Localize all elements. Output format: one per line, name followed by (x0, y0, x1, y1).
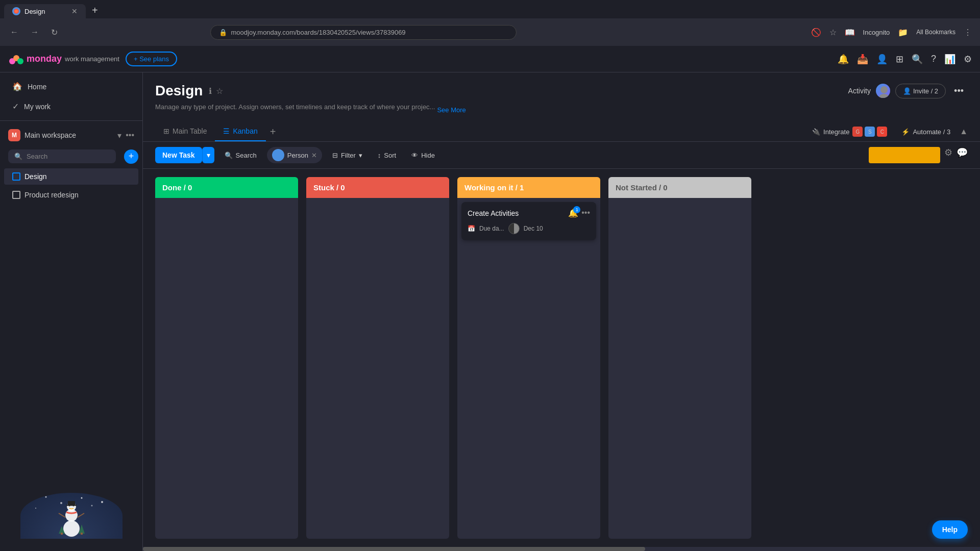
tab-close-icon[interactable]: ✕ (71, 7, 78, 15)
views-row: ⊞ Main Table ☰ Kanban + 🔌 Integrate G S (143, 122, 980, 142)
hide-button[interactable]: 👁 Hide (406, 148, 440, 162)
sidebar-item-product-redesign[interactable]: Product redesign (4, 187, 138, 203)
browser-tabs: Design ✕ + (0, 0, 980, 18)
column-body-working: Create Activities 🔔 1 ••• (457, 198, 600, 539)
activity-section: Activity 👤 Invite / 2 ••• (848, 83, 968, 99)
logo-text: monday (27, 54, 62, 64)
board-header: Design ℹ ☆ Activity 👤 (143, 72, 980, 122)
workspace-chevron-icon: ▾ (117, 131, 121, 140)
kanban-icon: ☰ (223, 127, 230, 135)
kanban-card-create-activities[interactable]: Create Activities 🔔 1 ••• (461, 202, 596, 240)
svg-point-24 (91, 505, 92, 507)
svg-point-25 (35, 508, 36, 509)
toolbar-settings-icon[interactable]: ⚙ (944, 147, 952, 163)
my-work-icon: ✓ (12, 102, 19, 111)
svg-point-23 (111, 495, 113, 497)
grid-icon[interactable]: ⊞ (896, 54, 903, 65)
settings-icon[interactable]: ⚙ (964, 54, 972, 65)
sidebar: 🏠 Home ✓ My work M Main workspace ▾ ••• … (0, 72, 143, 551)
browser-menu-icon[interactable]: ⋮ (962, 26, 974, 39)
back-button[interactable]: ← (6, 26, 22, 39)
card-more-icon[interactable]: ••• (581, 208, 590, 218)
help-button[interactable]: Help (932, 520, 968, 539)
star-board-icon[interactable]: ☆ (216, 86, 223, 96)
sidebar-item-home[interactable]: 🏠 Home (4, 78, 138, 95)
toolbar-right: ⚙ 💬 (869, 147, 968, 163)
eye-off-icon[interactable]: 🚫 (809, 26, 823, 39)
board-area: Design ℹ ☆ Activity 👤 (143, 72, 980, 551)
tab-main-table[interactable]: ⊞ Main Table (155, 122, 215, 141)
svg-point-18 (30, 499, 32, 502)
sidebar-add-button[interactable]: + (124, 149, 138, 164)
sort-button[interactable]: ↕ Sort (373, 148, 401, 162)
inbox-icon[interactable]: 📥 (857, 54, 868, 65)
integrate-button[interactable]: 🔌 Integrate G S C (807, 123, 892, 140)
calendar-icon: C (877, 127, 887, 137)
svg-point-27 (879, 94, 889, 99)
browser-nav: ← → ↻ 🔒 moodjoy.monday.com/boards/183042… (0, 18, 980, 46)
board-icon-product-redesign (12, 191, 20, 199)
analytics-icon[interactable]: 📊 (944, 54, 955, 65)
logo-subtext: work management (65, 55, 119, 63)
browser-nav-icons: 🚫 ☆ 📖 Incognito 📁 All Bookmarks ⋮ (809, 26, 974, 39)
board-description: Manage any type of project. Assign owner… (155, 103, 435, 111)
sort-icon: ↕ (378, 152, 381, 159)
kanban-area: Done / 0 Stuck / 0 Working on it / 1 (143, 169, 980, 547)
sidebar-item-my-work[interactable]: ✓ My work (4, 97, 138, 115)
scrollbar-thumb[interactable] (143, 547, 645, 551)
card-header: Create Activities 🔔 1 ••• (468, 208, 590, 218)
app-container: monday work management + See plans 🔔 📥 👤… (0, 46, 980, 551)
monday-logo: monday work management (8, 51, 119, 67)
person-filter[interactable]: Person ✕ (267, 147, 322, 163)
horizontal-scrollbar[interactable] (143, 547, 980, 551)
automate-button[interactable]: ⚡ Automate / 3 (896, 125, 955, 139)
see-plans-button[interactable]: + See plans (126, 52, 177, 66)
filter-button[interactable]: ⊟ Filter ▾ (327, 148, 368, 162)
people-icon[interactable]: 👤 (876, 54, 888, 65)
sidebar-search-bar[interactable]: 🔍 Search (8, 149, 116, 163)
bookmarks-icon[interactable]: 📁 (896, 26, 910, 39)
active-tab[interactable]: Design ✕ (4, 4, 86, 18)
see-more-link[interactable]: See More (437, 106, 465, 114)
board-label-design: Design (24, 172, 47, 181)
column-header-not-started: Not Started / 0 (608, 177, 751, 198)
workspace-more-icon[interactable]: ••• (126, 131, 134, 140)
new-task-button[interactable]: New Task (155, 147, 202, 163)
tab-kanban[interactable]: ☰ Kanban (215, 122, 265, 141)
notifications-icon[interactable]: 🔔 (838, 54, 849, 65)
search-icon[interactable]: 🔍 (912, 54, 923, 65)
forward-button[interactable]: → (27, 26, 43, 39)
reader-icon[interactable]: 📖 (843, 26, 857, 39)
workspace-name: Main workspace (24, 131, 113, 139)
collapse-button[interactable]: ▲ (960, 127, 968, 136)
add-view-button[interactable]: + (266, 124, 280, 140)
url-bar[interactable]: 🔒 moodjoy.monday.com/boards/1830420525/v… (210, 25, 517, 40)
help-icon[interactable]: ? (931, 54, 936, 64)
person-filter-close[interactable]: ✕ (311, 152, 317, 159)
card-due-label: Due da... (479, 225, 504, 232)
my-work-label: My work (24, 103, 51, 111)
star-icon[interactable]: ☆ (827, 26, 839, 39)
column-header-working: Working on it / 1 (457, 177, 600, 198)
integrate-icon: 🔌 (812, 128, 820, 136)
snowman-area (0, 485, 142, 547)
kanban-column-not-started: Not Started / 0 (608, 177, 751, 539)
sidebar-item-design[interactable]: Design (4, 168, 138, 185)
main-table-icon: ⊞ (163, 127, 169, 135)
board-label-product-redesign: Product redesign (24, 191, 79, 199)
svg-point-20 (60, 502, 62, 504)
info-icon[interactable]: ℹ (209, 86, 212, 96)
workspace-header[interactable]: M Main workspace ▾ ••• (0, 125, 142, 145)
new-task-dropdown[interactable]: ▾ (202, 147, 214, 163)
card-bell-icon[interactable]: 🔔 1 (568, 208, 578, 218)
invite-button[interactable]: 👤 Invite / 2 (895, 84, 946, 98)
svg-point-26 (880, 86, 888, 93)
toolbar-speech-icon[interactable]: 💬 (957, 147, 968, 163)
incognito-label: Incognito (861, 27, 892, 38)
person-filter-avatar (272, 149, 284, 161)
new-tab-button[interactable]: + (88, 3, 102, 18)
search-toolbar-button[interactable]: 🔍 Search (219, 148, 262, 162)
board-more-icon[interactable]: ••• (950, 84, 968, 98)
refresh-button[interactable]: ↻ (47, 26, 62, 39)
card-title: Create Activities (468, 209, 519, 217)
